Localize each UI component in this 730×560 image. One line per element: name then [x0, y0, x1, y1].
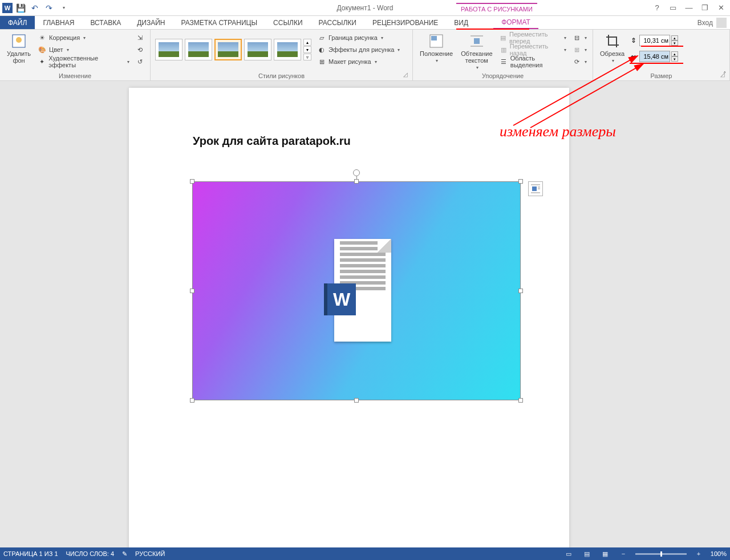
gallery-more-button[interactable]: ▿ [303, 54, 311, 60]
group-button[interactable]: ⊞▾ [571, 44, 588, 55]
ribbon-group-arrange: Положение ▾ Обтекание текстом ▾ ▤Перемес… [413, 30, 593, 80]
width-spin-up[interactable]: ▴ [671, 51, 678, 56]
ribbon: Удалить фон ☀Коррекция▾ 🎨Цвет▾ ✦Художест… [0, 30, 730, 81]
compress-pictures-button[interactable]: ⇲ [134, 32, 145, 43]
selection-pane-button[interactable]: ☰Область выделения [498, 56, 567, 67]
qat-customize-button[interactable]: ▾ [57, 2, 70, 14]
style-thumb[interactable] [155, 39, 182, 60]
contextual-tab-label: РАБОТА С РИСУНКАМИ [456, 3, 537, 13]
view-print-layout[interactable]: ▤ [581, 549, 593, 559]
view-web-layout[interactable]: ▦ [599, 549, 611, 559]
resize-handle-ml[interactable] [190, 289, 194, 293]
style-thumb[interactable] [244, 39, 271, 60]
status-language[interactable]: РУССКИЙ [135, 550, 165, 557]
width-input[interactable] [639, 51, 670, 62]
close-button[interactable]: ✕ [714, 2, 728, 14]
tab-format[interactable]: ФОРМАТ [493, 16, 538, 29]
rotation-handle[interactable] [353, 169, 360, 176]
send-backward-button[interactable]: ▥Переместить назад▾ [498, 44, 567, 55]
ribbon-group-adjust: Удалить фон ☀Коррекция▾ 🎨Цвет▾ ✦Художест… [0, 30, 151, 80]
change-pic-icon: ⟲ [135, 45, 144, 54]
send-backward-icon: ▥ [500, 45, 508, 54]
status-bar: СТРАНИЦА 1 ИЗ 1 ЧИСЛО СЛОВ: 4 ✎ РУССКИЙ … [0, 547, 730, 560]
tab-mailings[interactable]: РАССЫЛКИ [311, 16, 364, 29]
style-thumb[interactable] [185, 39, 212, 60]
reset-picture-button[interactable]: ↺ [134, 56, 145, 67]
tab-home[interactable]: ГЛАВНАЯ [35, 16, 82, 29]
change-picture-button[interactable]: ⟲ [134, 44, 145, 55]
zoom-slider[interactable] [635, 553, 687, 555]
resize-handle-br[interactable] [518, 398, 523, 403]
artistic-effects-button[interactable]: ✦Художественные эффекты▾ [36, 56, 131, 67]
gallery-scroll-up[interactable]: ▴ [303, 39, 311, 46]
corrections-button[interactable]: ☀Коррекция▾ [36, 32, 131, 43]
view-read-mode[interactable]: ▭ [562, 549, 575, 559]
zoom-out-button[interactable]: − [617, 549, 630, 559]
ribbon-collapse-button[interactable]: ˄ [723, 71, 727, 78]
style-thumb[interactable] [274, 39, 301, 60]
resize-handle-mr[interactable] [518, 289, 523, 293]
zoom-level[interactable]: 100% [711, 550, 727, 557]
picture-styles-gallery[interactable]: ▴ ▾ ▿ [155, 32, 311, 67]
height-spin-down[interactable]: ▾ [671, 40, 678, 46]
resize-handle-tl[interactable] [190, 179, 194, 184]
tab-insert[interactable]: ВСТАВКА [82, 16, 129, 29]
save-button[interactable]: 💾 [14, 2, 27, 14]
picture-layout-button[interactable]: ⊞Макет рисунка▾ [316, 56, 401, 67]
color-button[interactable]: 🎨Цвет▾ [36, 44, 131, 55]
status-proofing-icon[interactable]: ✎ [122, 550, 127, 558]
tab-design[interactable]: ДИЗАЙН [129, 16, 173, 29]
compress-icon: ⇲ [135, 33, 144, 42]
remove-background-button[interactable]: Удалить фон [5, 32, 33, 67]
page[interactable]: Урок для сайта paratapok.ru W [129, 88, 569, 547]
tab-references[interactable]: ССЫЛКИ [265, 16, 310, 29]
style-thumb-selected[interactable] [214, 39, 242, 60]
redo-button[interactable]: ↷ [43, 2, 55, 14]
resize-handle-bl[interactable] [190, 398, 194, 403]
resize-handle-tm[interactable] [354, 179, 359, 184]
dialog-launcher-styles[interactable]: ◿ [403, 71, 410, 78]
tab-file[interactable]: ФАЙЛ [0, 16, 35, 29]
svg-rect-7 [532, 186, 537, 191]
sign-in-link[interactable]: Вход [697, 19, 713, 27]
group-label-adjust: Изменение [0, 72, 150, 79]
selected-image[interactable]: W [192, 181, 521, 400]
svg-point-1 [16, 37, 22, 43]
rotate-icon: ⟳ [572, 57, 581, 66]
ribbon-display-button[interactable]: ▭ [666, 2, 680, 14]
rotate-button[interactable]: ⟳▾ [571, 56, 588, 67]
status-page[interactable]: СТРАНИЦА 1 ИЗ 1 [3, 550, 58, 557]
zoom-in-button[interactable]: + [692, 549, 705, 559]
crop-button[interactable]: Обрезка ▾ [598, 32, 627, 64]
document-area[interactable]: Урок для сайта paratapok.ru W [0, 81, 730, 547]
user-avatar-icon[interactable] [716, 18, 727, 28]
position-button[interactable]: Положение ▾ [417, 32, 455, 71]
resize-handle-bm[interactable] [354, 398, 359, 403]
layout-options-button[interactable] [528, 181, 543, 196]
align-icon: ⊟ [572, 33, 581, 42]
tab-page-layout[interactable]: РАЗМЕТКА СТРАНИЦЫ [173, 16, 266, 29]
ribbon-group-picture-styles: ▴ ▾ ▿ ▱Граница рисунка▾ ◐Эффекты для рис… [151, 30, 413, 80]
picture-effects-button[interactable]: ◐Эффекты для рисунка▾ [316, 44, 401, 55]
wrap-text-button[interactable]: Обтекание текстом ▾ [459, 32, 494, 71]
help-button[interactable]: ? [650, 2, 664, 14]
height-icon: ⇕ [629, 36, 638, 45]
bring-forward-button[interactable]: ▤Переместить вперед▾ [498, 32, 567, 43]
undo-button[interactable]: ↶ [29, 2, 41, 14]
status-words[interactable]: ЧИСЛО СЛОВ: 4 [66, 550, 115, 557]
height-input[interactable] [639, 35, 670, 46]
width-spin-down[interactable]: ▾ [671, 56, 678, 62]
tab-view[interactable]: ВИД [446, 16, 476, 29]
maximize-button[interactable]: ❐ [698, 2, 712, 14]
picture-border-button[interactable]: ▱Граница рисунка▾ [316, 32, 401, 43]
gallery-scroll-down[interactable]: ▾ [303, 46, 311, 53]
height-spin-up[interactable]: ▴ [671, 35, 678, 40]
bring-forward-icon: ▤ [500, 33, 507, 42]
group-label-size: Размер [593, 72, 729, 79]
group-label-arrange: Упорядочение [413, 72, 593, 79]
effects-icon: ✦ [38, 57, 46, 66]
tab-review[interactable]: РЕЦЕНЗИРОВАНИЕ [364, 16, 446, 29]
align-button[interactable]: ⊟▾ [571, 32, 588, 43]
minimize-button[interactable]: — [682, 2, 696, 14]
resize-handle-tr[interactable] [518, 179, 523, 184]
